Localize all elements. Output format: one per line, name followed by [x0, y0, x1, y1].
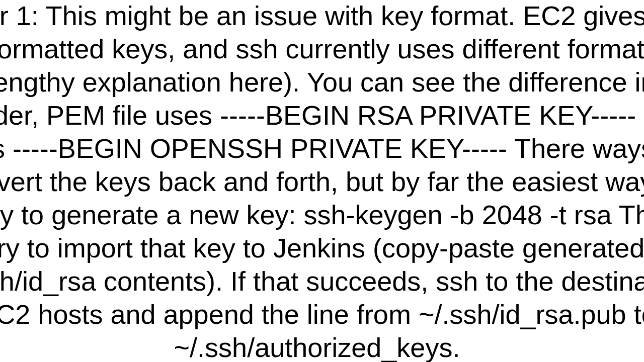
- answer-body-text: ver 1: This might be an issue with key f…: [0, 0, 644, 362]
- viewport: ver 1: This might be an issue with key f…: [0, 0, 644, 362]
